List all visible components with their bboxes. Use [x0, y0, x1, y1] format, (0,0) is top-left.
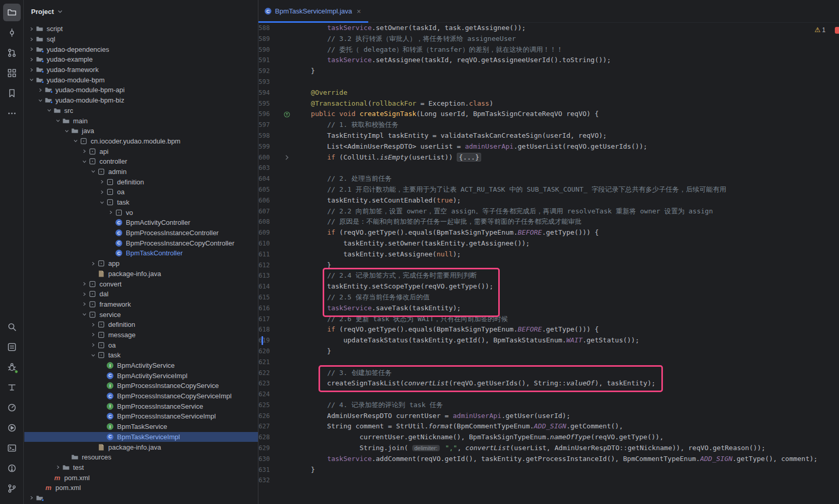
chevron-right-icon[interactable]: [27, 26, 35, 32]
inspection-widget[interactable]: ⚠ 1: [815, 26, 826, 34]
code-line[interactable]: 619 updateTaskStatus(taskEntity.getId(),…: [258, 335, 839, 346]
line-number[interactable]: 610: [258, 238, 270, 249]
gutter[interactable]: [270, 131, 295, 141]
chevron-down-icon[interactable]: [89, 169, 97, 174]
tree-item-bpmprocessinstancecopyserviceimpl[interactable]: CBpmProcessInstanceCopyServiceImpl: [24, 391, 258, 401]
gutter[interactable]: [270, 77, 295, 88]
pull-requests-icon[interactable]: [3, 44, 21, 62]
gutter[interactable]: [270, 335, 295, 346]
gutter[interactable]: [270, 120, 295, 131]
code-line[interactable]: 606 taskEntity.setCountEnabled(true);: [258, 195, 839, 206]
line-number[interactable]: 625: [258, 400, 270, 411]
code-line[interactable]: 628 currentUser.getNickname(), BpmTaskSi…: [258, 432, 839, 443]
code-line[interactable]: 604 // 2. 处理当前任务: [258, 174, 839, 184]
chevron-down-icon[interactable]: [63, 128, 70, 134]
code-line[interactable]: 589 // 3.2 执行转派（审批人），将任务转派给 assigneeUser: [258, 34, 839, 45]
gutter[interactable]: [270, 141, 295, 152]
tree-item-partial[interactable]: [24, 493, 258, 503]
line-number[interactable]: 619: [258, 335, 270, 346]
line-number[interactable]: 604: [258, 174, 270, 184]
error-indicator[interactable]: [835, 27, 839, 34]
chevron-down-icon[interactable]: [98, 200, 106, 205]
tree-item-definition[interactable]: definition: [24, 320, 258, 330]
gutter[interactable]: [270, 432, 295, 443]
gutter[interactable]: [270, 465, 295, 476]
gutter[interactable]: [270, 475, 295, 486]
chevron-right-icon[interactable]: [54, 465, 62, 470]
code-line[interactable]: 611 taskEntity.setAssignee(null);: [258, 249, 839, 260]
tree-item-convert[interactable]: convert: [24, 279, 258, 289]
chevron-down-icon[interactable]: [80, 159, 88, 164]
line-number[interactable]: 628: [258, 432, 270, 443]
gutter[interactable]: [270, 227, 295, 238]
gutter[interactable]: [270, 270, 295, 281]
line-number[interactable]: 612: [258, 260, 270, 271]
gutter[interactable]: [270, 184, 295, 195]
code-line[interactable]: 615 // 2.5 保存当前任务修改后的值: [258, 292, 839, 303]
code-line[interactable]: 632: [258, 475, 839, 486]
chevron-right-icon[interactable]: [80, 149, 88, 154]
debug-icon[interactable]: [3, 358, 21, 376]
tree-item-pom-xml[interactable]: mpom.xml: [24, 472, 258, 483]
code-line[interactable]: 599 List<AdminUserRespDTO> userList = ad…: [258, 141, 839, 152]
chevron-down-icon[interactable]: [54, 118, 62, 123]
tree-item-bpmactivityservice[interactable]: IBpmActivityService: [24, 361, 258, 371]
gutter[interactable]: [270, 238, 295, 249]
problems-icon[interactable]: [3, 459, 21, 477]
run-icon[interactable]: [3, 419, 21, 437]
project-panel-header[interactable]: Project: [24, 0, 258, 23]
gutter[interactable]: [270, 217, 295, 227]
chevron-right-icon[interactable]: [80, 301, 88, 307]
code-line[interactable]: 597 // 1. 获取和校验任务: [258, 120, 839, 131]
code-line[interactable]: 608 // 原因是：不能和向前加签的子任务一起审批，需要等前面的子任务都完成才…: [258, 217, 839, 227]
tree-item-app[interactable]: app: [24, 258, 258, 269]
line-number[interactable]: 603: [258, 163, 270, 174]
code-line[interactable]: 621: [258, 357, 839, 368]
code-line[interactable]: 609 if (reqVO.getType().equals(BpmTaskSi…: [258, 227, 839, 238]
chevron-right-icon[interactable]: [80, 281, 88, 286]
tree-item-yudao-module-bpm[interactable]: yudao-module-bpm: [24, 75, 258, 85]
gutter[interactable]: [270, 260, 295, 271]
code-line[interactable]: 629 String.join( delimiter: ",", convert…: [258, 443, 839, 454]
tree-item-message[interactable]: message: [24, 330, 258, 340]
gutter[interactable]: [270, 109, 295, 120]
code-line[interactable]: 594 @Override: [258, 88, 839, 98]
code-line[interactable]: 588 taskService.setOwner(taskId, task.ge…: [258, 23, 839, 34]
code-line[interactable]: 596 public void createSignTask(Long user…: [258, 109, 839, 120]
chevron-right-icon[interactable]: [27, 495, 35, 500]
line-number[interactable]: 611: [258, 249, 270, 260]
code-line[interactable]: 600 if (CollUtil.isEmpty(userList)) {...…: [258, 152, 839, 163]
line-number[interactable]: 599: [258, 141, 270, 152]
gutter[interactable]: [270, 23, 295, 34]
code-line[interactable]: 591 taskService.setAssignee(taskId, reqV…: [258, 55, 839, 66]
gutter[interactable]: [270, 400, 295, 411]
tree-item-controller[interactable]: controller: [24, 156, 258, 167]
line-number[interactable]: 623: [258, 378, 270, 389]
code-line[interactable]: 626 AdminUserRespDTO currentUser = admin…: [258, 411, 839, 422]
tree-item-sql[interactable]: sql: [24, 34, 258, 45]
line-number[interactable]: 592: [258, 66, 270, 77]
code-line[interactable]: 624: [258, 389, 839, 400]
code-line[interactable]: 625 // 4. 记录加签的评论到 task 任务: [258, 400, 839, 411]
chevron-right-icon[interactable]: [89, 322, 97, 327]
line-number[interactable]: 591: [258, 55, 270, 66]
line-number[interactable]: 590: [258, 45, 270, 55]
line-number[interactable]: 613: [258, 270, 270, 281]
tree-item-yudao-module-bpm-api[interactable]: yudao-module-bpm-api: [24, 85, 258, 95]
terminal-icon[interactable]: [3, 439, 21, 457]
gutter[interactable]: [270, 411, 295, 422]
tree-item-bpmprocessinstancecontroller[interactable]: CBpmProcessInstanceController: [24, 228, 258, 238]
gutter[interactable]: [270, 368, 295, 379]
tree-item-pom-xml[interactable]: mpom.xml: [24, 483, 258, 493]
gutter[interactable]: [270, 357, 295, 368]
line-number[interactable]: 588: [258, 23, 270, 34]
tree-item-oa[interactable]: oa: [24, 340, 258, 350]
gutter[interactable]: [270, 206, 295, 217]
gutter[interactable]: [270, 281, 295, 292]
tree-item-package-info-java[interactable]: package-info.java: [24, 269, 258, 279]
code-line[interactable]: 616 taskService.saveTask(taskEntity);: [258, 303, 839, 314]
gutter[interactable]: [270, 314, 295, 325]
code-line[interactable]: 618 if (reqVO.getType().equals(BpmTaskSi…: [258, 324, 839, 335]
gutter[interactable]: [270, 66, 295, 77]
tree-item-bpmprocessinstanceserviceimpl[interactable]: CBpmProcessInstanceServiceImpl: [24, 411, 258, 422]
